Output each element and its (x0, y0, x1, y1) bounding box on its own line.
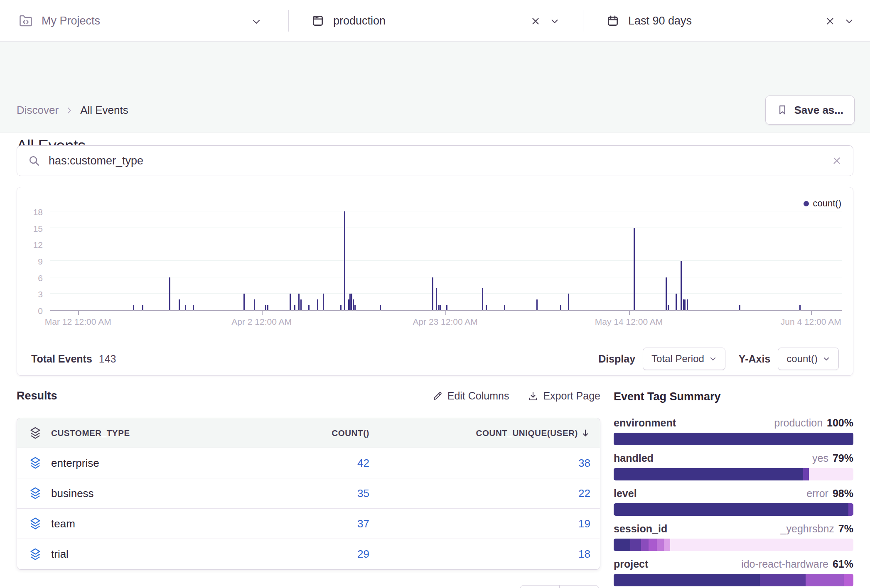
y-axis-tick-label: 18 (19, 207, 43, 217)
cell-customer-type: team (17, 517, 247, 530)
x-axis-tick-label: Apr 2 12:00 AM (231, 317, 292, 327)
tag-summary-heading: Event Tag Summary (614, 390, 853, 403)
x-axis-tick-label: Jun 4 12:00 AM (781, 317, 841, 327)
count-link[interactable]: 35 (357, 487, 369, 500)
tag-distribution-bar[interactable] (614, 574, 853, 586)
chart-gridline (50, 260, 842, 261)
y-axis-tick-label: 0 (19, 306, 43, 316)
chart-bar (267, 305, 268, 310)
tag-bar-segment (664, 539, 670, 551)
cell-count: 37 (247, 517, 380, 530)
count-link[interactable]: 42 (357, 457, 369, 470)
environment-clear-icon[interactable] (530, 16, 541, 27)
table-row: enterprise4238 (17, 448, 600, 478)
y-axis-dropdown-value: count() (786, 353, 818, 365)
count-unique-link[interactable]: 38 (578, 457, 590, 470)
project-chevron-down-icon[interactable] (251, 17, 261, 27)
column-count-unique-user[interactable]: COUNT_UNIQUE(USER) (476, 428, 578, 438)
chart-bar (504, 305, 505, 310)
sort-descending-icon (580, 428, 590, 438)
cell-count-unique: 38 (380, 457, 600, 470)
display-dropdown[interactable]: Total Period (643, 348, 725, 370)
pagination (520, 585, 599, 588)
tag-bar-segment (806, 574, 844, 586)
table-row: team3719 (17, 509, 600, 539)
tag-name: project (614, 558, 648, 570)
chart-bar (666, 277, 667, 310)
chart-bar (676, 294, 677, 310)
count-link[interactable]: 29 (357, 548, 369, 561)
chart-bar (179, 299, 180, 310)
x-axis-tick (445, 311, 446, 315)
total-events-value: 143 (99, 353, 116, 365)
tag-percent: 79% (833, 452, 853, 464)
chart-bar (436, 288, 437, 310)
event-tag-summary: Event Tag Summary environmentproduction1… (614, 390, 853, 588)
total-events-label: Total Events (31, 353, 92, 365)
x-axis-tick-label: Apr 23 12:00 AM (413, 317, 477, 327)
y-axis-dropdown[interactable]: count() (778, 348, 839, 370)
search-input[interactable] (49, 154, 823, 167)
x-axis-tick-label: May 14 12:00 AM (595, 317, 663, 327)
tag-label-row: session_id_yeghrsbnz7% (614, 522, 853, 535)
count-unique-link[interactable]: 18 (578, 548, 590, 561)
x-axis-tick-label: Mar 12 12:00 AM (45, 317, 111, 327)
tag-row-session_id: session_id_yeghrsbnz7% (614, 522, 853, 551)
chart-bar (265, 305, 266, 310)
cell-count-unique: 22 (380, 487, 600, 500)
column-customer-type[interactable]: CUSTOMER_TYPE (51, 428, 130, 438)
tag-label-row: levelerror98% (614, 487, 853, 500)
date-chevron-down-icon[interactable] (845, 17, 854, 26)
tag-blocks: environmentproduction100%handledyes79%le… (614, 416, 853, 586)
breadcrumb-discover-link[interactable]: Discover (17, 104, 59, 117)
chart-bar (568, 294, 569, 310)
y-axis-tick-label: 6 (19, 273, 43, 283)
results-title: Results (17, 390, 57, 402)
column-count[interactable]: COUNT() (332, 428, 369, 438)
legend-dot-icon (804, 201, 809, 206)
chart-bar (317, 299, 318, 310)
chart-bar (349, 294, 351, 310)
chart-bar (440, 305, 441, 310)
cell-count: 29 (247, 548, 380, 561)
results-table-header: CUSTOMER_TYPE COUNT() COUNT_UNIQUE(USER) (17, 418, 600, 448)
tag-bar-segment (614, 574, 760, 586)
chart-bar (354, 305, 356, 310)
breadcrumb-current: All Events (80, 104, 128, 117)
chart-bar (300, 299, 302, 310)
results-table: CUSTOMER_TYPE COUNT() COUNT_UNIQUE(USER)… (17, 418, 600, 570)
pagination-next-button[interactable] (559, 585, 599, 588)
customer-type-value: team (51, 517, 75, 530)
chart-gridline (50, 211, 842, 211)
count-unique-link[interactable]: 19 (578, 517, 590, 530)
save-as-button[interactable]: Save as... (765, 96, 855, 125)
cell-count: 42 (247, 457, 380, 470)
pencil-icon (432, 391, 443, 402)
count-link[interactable]: 37 (357, 517, 369, 530)
tag-distribution-bar[interactable] (614, 468, 853, 480)
pagination-previous-button[interactable] (520, 585, 560, 588)
chart-bar (681, 261, 682, 310)
tag-distribution-bar[interactable] (614, 539, 853, 551)
legend-label: count() (813, 198, 841, 209)
x-axis-tick (629, 311, 630, 315)
chart-bar (438, 305, 440, 310)
chart-bar (348, 299, 349, 310)
tag-distribution-bar[interactable] (614, 433, 853, 445)
date-clear-icon[interactable] (825, 16, 836, 27)
export-page-button[interactable]: Export Page (528, 390, 600, 402)
environment-chevron-down-icon[interactable] (550, 17, 559, 26)
edit-columns-button[interactable]: Edit Columns (432, 390, 509, 402)
edit-columns-label: Edit Columns (447, 390, 509, 402)
search-clear-icon[interactable] (831, 155, 842, 166)
tag-top-value-group: _yeghrsbnz7% (781, 523, 853, 535)
chart-bar (560, 305, 561, 310)
count-unique-link[interactable]: 22 (578, 487, 590, 500)
project-selector[interactable]: My Projects (0, 0, 288, 42)
tag-name: environment (614, 417, 676, 429)
tag-distribution-bar[interactable] (614, 503, 853, 516)
tag-top-value: production (774, 417, 823, 429)
layers-icon (29, 427, 41, 439)
date-range-label: Last 90 days (628, 15, 692, 27)
tag-row-project: projectido-react-hardware61% (614, 558, 853, 586)
